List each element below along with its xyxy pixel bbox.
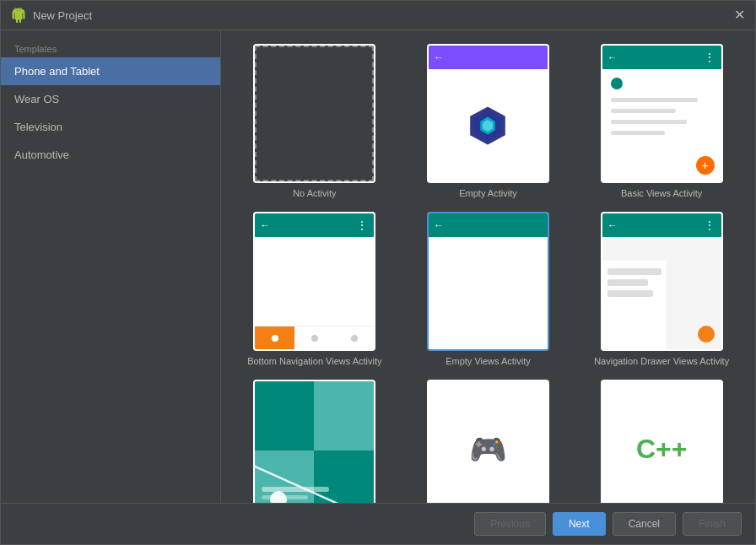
empty-views-mock: ← [429, 213, 548, 349]
empty-views-thumb: ← [427, 212, 549, 351]
back-arrow-icon: ← [608, 51, 618, 63]
bnv-dot-1 [272, 335, 278, 342]
game-controller-icon: 🎮 [469, 432, 507, 467]
nav-drawer-panel [602, 261, 668, 349]
game-activity-thumb: 🎮 [427, 380, 549, 503]
more-options-icon: ⋮ [356, 219, 369, 232]
bottom-nav-label: Bottom Navigation Views Activity [247, 356, 381, 366]
bnv-dot-2 [311, 335, 318, 342]
cpp-thumb-inner: C++ [602, 381, 721, 503]
more-options-icon: ⋮ [704, 51, 716, 64]
template-nav-drawer[interactable]: ← ⋮ [581, 212, 742, 366]
template-empty-views[interactable]: ← Empty Views Activity [408, 212, 569, 366]
next-button[interactable]: Next [553, 512, 606, 536]
bnv-dot-3 [351, 335, 358, 342]
no-activity-thumb [253, 44, 375, 183]
title-bar: New Project ✕ [1, 1, 755, 30]
sidebar: Templates Phone and Tablet Wear OS Telev… [1, 30, 221, 503]
android-icon [11, 8, 26, 23]
bnv-tab-3 [334, 326, 374, 349]
empty-activity-thumb: ← [427, 44, 549, 183]
previous-button[interactable]: Previous [474, 512, 546, 536]
nav-drawer-toolbar: ← ⋮ [602, 213, 721, 237]
template-game-activity[interactable]: 🎮 Game Activity [408, 380, 569, 503]
back-arrow-icon: ← [434, 219, 444, 231]
dialog-title: New Project [33, 9, 92, 22]
bv-line-3 [611, 120, 687, 124]
sidebar-section-label: Templates [1, 37, 220, 57]
cancel-button[interactable]: Cancel [613, 512, 676, 536]
bv-line-2 [611, 109, 676, 113]
basic-views-toolbar: ← ⋮ [602, 46, 721, 69]
responsive-grid [255, 381, 374, 503]
nav-drawer-label: Navigation Drawer Views Activity [594, 356, 729, 366]
drawer-item-3 [608, 290, 654, 297]
sidebar-item-automotive[interactable]: Automotive [1, 141, 220, 169]
basic-views-thumb: ← ⋮ [601, 44, 723, 183]
drawer-item-2 [608, 279, 648, 286]
svg-rect-10 [262, 487, 329, 492]
bnv-tab-1 [255, 326, 294, 349]
empty-activity-mock: ← [429, 46, 548, 181]
title-bar-left: New Project [11, 8, 92, 23]
native-cpp-thumb: C++ [601, 380, 723, 503]
more-options-icon: ⋮ [704, 219, 716, 232]
responsive-views-thumb [253, 380, 375, 503]
bottom-nav-thumb: ← ⋮ [253, 212, 375, 351]
game-thumb-inner: 🎮 [429, 381, 548, 503]
templates-grid: No Activity ← [235, 44, 742, 503]
empty-activity-body [429, 69, 548, 181]
template-responsive-views[interactable]: Responsive Views Activity [235, 380, 395, 503]
bottom-nav-mock: ← ⋮ [255, 213, 374, 349]
no-activity-dashed [255, 46, 374, 181]
template-bottom-nav[interactable]: ← ⋮ [235, 212, 395, 366]
content-area: Templates Phone and Tablet Wear OS Telev… [1, 30, 755, 503]
nav-drawer-thumb: ← ⋮ [601, 212, 723, 351]
empty-activity-label: Empty Activity [459, 188, 516, 198]
back-arrow-icon: ← [608, 219, 618, 231]
finish-button[interactable]: Finish [683, 512, 742, 536]
close-button[interactable]: ✕ [734, 8, 745, 22]
template-empty-activity[interactable]: ← Empty Act [408, 44, 569, 198]
fab-button: + [696, 156, 715, 175]
empty-views-label: Empty Views Activity [446, 356, 531, 366]
nav-fab-button [698, 326, 715, 343]
empty-activity-toolbar: ← [429, 46, 548, 69]
svg-rect-4 [253, 381, 314, 451]
basic-views-label: Basic Views Activity [621, 188, 702, 198]
back-arrow-icon: ← [434, 51, 444, 63]
sidebar-item-television[interactable]: Television [1, 113, 220, 141]
bottom-bar: Previous Next Cancel Finish [1, 503, 755, 544]
bv-line-1 [611, 98, 698, 102]
drawer-item-1 [608, 268, 662, 275]
svg-rect-5 [314, 381, 375, 451]
no-activity-label: No Activity [293, 188, 336, 198]
empty-views-body [429, 237, 548, 349]
template-native-cpp[interactable]: C++ Native C++ [581, 380, 742, 503]
template-no-activity[interactable]: No Activity [235, 44, 395, 198]
new-project-dialog: New Project ✕ Templates Phone and Tablet… [0, 0, 756, 545]
responsive-svg [253, 381, 375, 503]
empty-views-toolbar: ← [429, 213, 548, 237]
bottom-nav-body [255, 237, 374, 326]
bv-line-4 [611, 131, 666, 135]
templates-area: No Activity ← [221, 30, 755, 503]
template-basic-views[interactable]: ← ⋮ [581, 44, 742, 198]
cpp-icon: C++ [636, 434, 687, 465]
svg-rect-11 [262, 495, 308, 499]
sidebar-item-wear-os[interactable]: Wear OS [1, 85, 220, 113]
back-arrow-icon: ← [260, 219, 270, 231]
bottom-nav-toolbar: ← ⋮ [255, 213, 374, 237]
sidebar-item-phone-tablet[interactable]: Phone and Tablet [1, 57, 220, 85]
bnv-tab-2 [294, 326, 334, 349]
svg-rect-7 [314, 451, 375, 503]
bv-circle [611, 78, 623, 89]
android-studio-logo [466, 104, 510, 148]
bottom-nav-bar [255, 326, 374, 349]
